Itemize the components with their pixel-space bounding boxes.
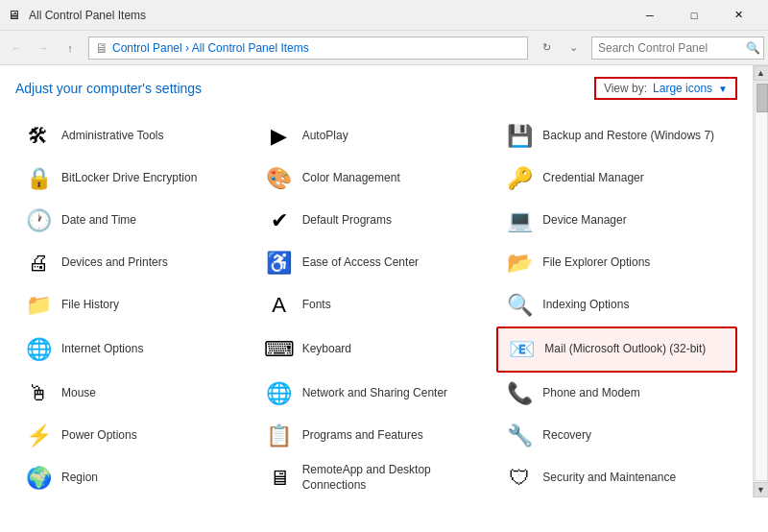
fonts-icon: A — [264, 290, 295, 321]
internet-options-label: Internet Options — [61, 342, 143, 357]
panel-item-security-maintenance[interactable]: 🛡Security and Maintenance — [496, 457, 737, 497]
scrollbar-thumb[interactable] — [756, 84, 768, 112]
credential-manager-icon: 🔑 — [504, 163, 535, 194]
navbar: ← → ↑ 🖥 Control Panel › All Control Pane… — [0, 31, 768, 65]
panel-item-backup-restore[interactable]: 💾Backup and Restore (Windows 7) — [496, 115, 737, 157]
region-label: Region — [61, 471, 98, 486]
panel-item-programs-features[interactable]: 📋Programs and Features — [256, 415, 497, 457]
mail-outlook-label: Mail (Microsoft Outlook) (32-bit) — [544, 342, 706, 357]
panel-item-phone-modem[interactable]: 📞Phone and Modem — [496, 373, 737, 415]
minimize-button[interactable]: ─ — [628, 0, 672, 31]
panel-item-indexing-options[interactable]: 🔍Indexing Options — [496, 284, 737, 326]
remoteapp-icon: 🖥 — [264, 463, 295, 494]
panel-item-power-options[interactable]: ⚡Power Options — [15, 415, 256, 457]
remoteapp-label: RemoteApp and Desktop Connections — [302, 463, 490, 493]
indexing-options-label: Indexing Options — [542, 298, 629, 313]
credential-manager-label: Credential Manager — [542, 171, 643, 186]
mouse-icon: 🖱 — [23, 378, 54, 409]
date-time-icon: 🕐 — [23, 206, 54, 236]
phone-modem-label: Phone and Modem — [542, 386, 639, 401]
viewby-label: View by: — [604, 82, 647, 95]
panel-item-network-sharing[interactable]: 🌐Network and Sharing Center — [256, 373, 497, 415]
programs-features-label: Programs and Features — [302, 428, 423, 444]
panel-item-internet-options[interactable]: 🌐Internet Options — [15, 326, 256, 373]
devices-printers-label: Devices and Printers — [61, 255, 168, 271]
ease-of-access-icon: ♿ — [264, 248, 295, 278]
search-input[interactable] — [598, 41, 742, 55]
phone-modem-icon: 📞 — [504, 378, 535, 409]
dropdown-button[interactable]: ⌄ — [561, 36, 586, 60]
panel-item-mail-outlook[interactable]: 📧Mail (Microsoft Outlook) (32-bit) — [496, 326, 737, 373]
viewby-value: Large icons — [653, 82, 712, 95]
ease-of-access-label: Ease of Access Center — [302, 255, 419, 271]
panel-item-fonts[interactable]: AFonts — [256, 284, 497, 326]
panel-item-recovery[interactable]: 🔧Recovery — [496, 415, 737, 457]
panel-item-autoplay[interactable]: ▶AutoPlay — [256, 115, 497, 157]
maximize-button[interactable]: □ — [672, 0, 716, 31]
recovery-icon: 🔧 — [504, 421, 535, 451]
keyboard-icon: ⌨ — [264, 334, 295, 365]
panel-item-credential-manager[interactable]: 🔑Credential Manager — [496, 157, 737, 200]
network-sharing-icon: 🌐 — [264, 378, 295, 409]
breadcrumb: Control Panel › All Control Panel Items — [112, 41, 309, 55]
scrollbar-up[interactable]: ▲ — [754, 65, 769, 81]
power-options-icon: ⚡ — [23, 421, 54, 451]
file-history-icon: 📁 — [23, 290, 54, 321]
panel-item-color-management[interactable]: 🎨Color Management — [256, 157, 497, 200]
administrative-tools-label: Administrative Tools — [61, 129, 164, 144]
panel-item-mouse[interactable]: 🖱Mouse — [15, 373, 256, 415]
region-icon: 🌍 — [23, 463, 54, 494]
mouse-label: Mouse — [61, 386, 96, 401]
panel-item-remoteapp[interactable]: 🖥RemoteApp and Desktop Connections — [256, 457, 497, 497]
device-manager-icon: 💻 — [504, 206, 535, 236]
view-by-control[interactable]: View by: Large icons ▼ — [594, 77, 737, 100]
forward-button[interactable]: → — [31, 36, 56, 60]
back-button[interactable]: ← — [4, 36, 29, 60]
internet-options-icon: 🌐 — [23, 334, 54, 365]
content-header: Adjust your computer's settings View by:… — [15, 73, 737, 104]
address-bar[interactable]: 🖥 Control Panel › All Control Panel Item… — [88, 36, 528, 60]
network-sharing-label: Network and Sharing Center — [302, 386, 447, 401]
refresh-button[interactable]: ↻ — [534, 36, 559, 60]
backup-restore-label: Backup and Restore (Windows 7) — [542, 129, 714, 144]
search-icon: 🔍 — [746, 41, 760, 55]
panel-item-device-manager[interactable]: 💻Device Manager — [496, 200, 737, 242]
bitlocker-label: BitLocker Drive Encryption — [61, 171, 197, 186]
autoplay-label: AutoPlay — [302, 129, 348, 144]
panel-item-bitlocker[interactable]: 🔒BitLocker Drive Encryption — [15, 157, 256, 200]
recovery-label: Recovery — [542, 428, 591, 444]
panel-item-region[interactable]: 🌍Region — [15, 457, 256, 497]
file-history-label: File History — [61, 298, 119, 313]
up-button[interactable]: ↑ — [58, 36, 83, 60]
panel-item-keyboard[interactable]: ⌨Keyboard — [256, 326, 497, 373]
panel-item-devices-printers[interactable]: 🖨Devices and Printers — [15, 242, 256, 284]
items-grid: 🛠Administrative Tools▶AutoPlay💾Backup an… — [15, 115, 737, 497]
page-title: Adjust your computer's settings — [15, 81, 202, 96]
color-management-icon: 🎨 — [264, 163, 295, 194]
close-button[interactable]: ✕ — [716, 0, 760, 31]
default-programs-icon: ✔ — [264, 206, 295, 236]
panel-item-file-explorer-options[interactable]: 📂File Explorer Options — [496, 242, 737, 284]
scrollbar-track[interactable] — [755, 82, 768, 481]
fonts-label: Fonts — [302, 298, 331, 313]
panel-item-ease-of-access[interactable]: ♿Ease of Access Center — [256, 242, 497, 284]
scrollbar[interactable]: ▲ ▼ — [753, 65, 768, 497]
titlebar: 🖥 All Control Panel Items ─ □ ✕ — [0, 0, 768, 31]
panel-item-file-history[interactable]: 📁File History — [15, 284, 256, 326]
devices-printers-icon: 🖨 — [23, 248, 54, 278]
security-maintenance-label: Security and Maintenance — [542, 471, 676, 486]
window-title: All Control Panel Items — [29, 9, 628, 22]
power-options-label: Power Options — [61, 428, 137, 444]
security-maintenance-icon: 🛡 — [504, 463, 535, 494]
file-explorer-options-label: File Explorer Options — [542, 255, 650, 271]
color-management-label: Color Management — [302, 171, 400, 186]
mail-outlook-icon: 📧 — [506, 334, 537, 365]
titlebar-controls: ─ □ ✕ — [628, 0, 760, 31]
panel-item-administrative-tools[interactable]: 🛠Administrative Tools — [15, 115, 256, 157]
scrollbar-down[interactable]: ▼ — [754, 482, 769, 497]
indexing-options-icon: 🔍 — [504, 290, 535, 321]
default-programs-label: Default Programs — [302, 213, 392, 229]
panel-item-default-programs[interactable]: ✔Default Programs — [256, 200, 497, 242]
panel-item-date-time[interactable]: 🕐Date and Time — [15, 200, 256, 242]
search-box[interactable]: 🔍 — [591, 36, 764, 60]
